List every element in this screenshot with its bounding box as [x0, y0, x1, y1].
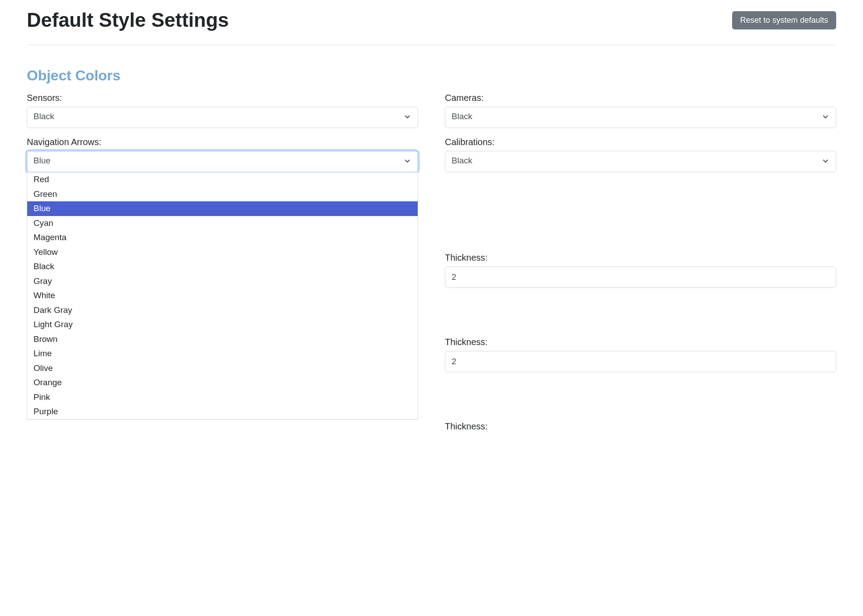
color-option-blue[interactable]: Blue [27, 201, 418, 216]
color-option-gray[interactable]: Gray [27, 274, 418, 289]
section-title-object-colors: Object Colors [27, 67, 836, 84]
sensors-label: Sensors: [27, 93, 418, 103]
color-option-dark-gray[interactable]: Dark Gray [27, 303, 418, 318]
color-option-yellow[interactable]: Yellow [27, 245, 418, 260]
color-option-magenta[interactable]: Magenta [27, 230, 418, 245]
color-option-pink[interactable]: Pink [27, 390, 418, 405]
thickness-input-2[interactable] [445, 351, 836, 372]
cameras-select[interactable]: Black [445, 107, 836, 128]
navigation-arrows-select[interactable]: Blue [27, 151, 418, 172]
sensors-select[interactable]: Black [27, 107, 418, 128]
color-option-black[interactable]: Black [27, 259, 418, 274]
color-option-lime[interactable]: Lime [27, 346, 418, 361]
navigation-arrows-label: Navigation Arrows: [27, 137, 418, 147]
color-option-purple[interactable]: Purple [27, 404, 418, 419]
thickness-label-1: Thickness: [445, 253, 836, 263]
color-option-orange[interactable]: Orange [27, 375, 418, 390]
thickness-label-2: Thickness: [445, 337, 836, 347]
color-option-cyan[interactable]: Cyan [27, 216, 418, 231]
thickness-label-3: Thickness: [445, 421, 836, 432]
color-option-brown[interactable]: Brown [27, 332, 418, 347]
calibrations-select[interactable]: Black [445, 151, 836, 172]
thickness-input-1[interactable] [445, 266, 836, 288]
color-option-green[interactable]: Green [27, 187, 418, 202]
navigation-arrows-dropdown[interactable]: RedGreenBlueCyanMagentaYellowBlackGrayWh… [27, 172, 418, 420]
color-option-olive[interactable]: Olive [27, 361, 418, 376]
color-option-white[interactable]: White [27, 288, 418, 303]
color-option-light-gray[interactable]: Light Gray [27, 317, 418, 332]
reset-button[interactable]: Reset to system defaults [732, 11, 836, 29]
page-title: Default Style Settings [27, 9, 229, 31]
calibrations-label: Calibrations: [445, 137, 836, 147]
color-option-red[interactable]: Red [27, 172, 418, 187]
cameras-label: Cameras: [445, 93, 836, 103]
